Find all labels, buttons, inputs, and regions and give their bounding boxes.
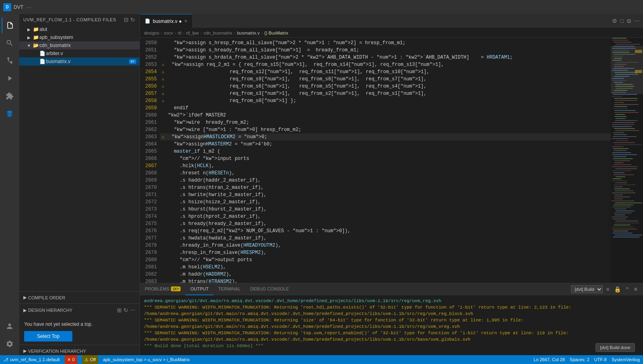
activity-run-icon[interactable] <box>2 70 18 86</box>
code-text: "kw">assign <box>166 133 204 141</box>
minimap <box>611 38 643 283</box>
line-number: 2663 <box>143 133 157 141</box>
line-number: 2668 <box>143 170 157 177</box>
select-top-button[interactable]: Select Top <box>24 331 72 342</box>
tree-item-busmatrix-label: busmatrix.v <box>46 59 129 64</box>
tree-item-alut[interactable]: ▶ 📁 alut <box>19 25 140 33</box>
activity-settings-icon[interactable] <box>2 336 18 352</box>
no-top-message: You have not yet selected a top. <box>24 321 135 327</box>
code-text: .hresp_in_from_slave(HRESPM2), <box>168 249 267 256</box>
code-text: endif <box>168 104 188 112</box>
build-done-label: [dvt] Build done <box>600 345 631 350</box>
tab-busmatrix[interactable]: 📄 busmatrix.v ● ✕ <box>140 14 193 28</box>
code-body[interactable]: "kw">assign s_hresp_from_all_slave["num"… <box>160 38 611 283</box>
problems-tab-label: PROBLEMS <box>145 286 169 291</box>
breadcrumb-file[interactable]: busmatrix.v <box>237 31 259 35</box>
activity-source-control-icon[interactable] <box>2 53 18 69</box>
collapse-all-icon[interactable]: ⊟ <box>124 16 129 23</box>
code-text: master_if i_m2 ( <box>168 148 220 155</box>
activity-extensions-icon[interactable] <box>2 88 18 104</box>
git-branch-item[interactable]: ⎇ uvm_ref_flow_1.1-default <box>3 357 60 362</box>
title-bar-menu-dots[interactable]: ··· <box>27 4 31 10</box>
breadcrumb-bar: designs › socv › rtl › rtl_lpw › cdn_bus… <box>140 28 643 38</box>
code-line: "cm">// "kw">input ports <box>160 155 611 162</box>
breadcrumb-socv[interactable]: socv <box>164 31 173 35</box>
tab-debug-console[interactable]: DEBUG CONSOLE <box>245 283 294 295</box>
breadcrumb-symbol[interactable]: {} BusMatrix <box>264 31 288 35</box>
terminal-controls: [dvt] Build ≡ 🔒 ^ ✕ <box>571 285 643 293</box>
more-actions-icon[interactable]: ⋯ <box>634 18 640 24</box>
code-text: .hreset n(HRESETn), <box>168 170 235 177</box>
terminal-expand-icon[interactable]: ^ <box>624 285 630 293</box>
tab-terminal[interactable]: TERMINAL <box>214 283 246 295</box>
design-hierarchy-header[interactable]: ▶ DESIGN HIERARCHY ⊞ ↻ ⋯ <box>19 305 140 315</box>
code-line: .m hsel(HSELM2), <box>160 264 611 271</box>
activity-account-icon[interactable] <box>2 318 18 334</box>
activity-files-icon[interactable] <box>2 17 18 33</box>
compile-order-header[interactable]: ▶ COMPILE ORDER <box>19 293 140 302</box>
terminal-line: *** SEMANTIC WARNING: WIDTH_MISMATCH_TRU… <box>144 304 639 317</box>
maximize-icon[interactable]: □ <box>620 18 624 24</box>
tree-item-alut-label: alut <box>39 27 140 32</box>
compiled-files-header[interactable]: UVM_REF_FLOW_1.1 - COMPILED FILES ⊟ ↻ <box>19 14 140 25</box>
hierarchy-expand-icon[interactable]: ⊞ <box>117 307 122 313</box>
warning-icon: ⚠ <box>84 357 88 362</box>
hierarchy-more-icon[interactable]: ⋯ <box>130 307 136 313</box>
errors-item[interactable]: ✕ 0 <box>65 355 77 364</box>
split-editor-icon[interactable]: ⧉ <box>627 18 631 25</box>
language-item[interactable]: SystemVerilog <box>612 357 640 362</box>
tree-item-arbiter[interactable]: 📄 arbiter.v <box>19 49 140 57</box>
line-number: 2675 <box>143 220 157 227</box>
code-line: .m htrans(HTRANSM2), <box>160 278 611 283</box>
line-numbers: 2650265126522653265426552656265726582659… <box>140 38 160 283</box>
code-line: ⚠ "kw">assign req_2_m1 = { req_from_s15[… <box>160 61 611 68</box>
breadcrumb-rtl-lpw[interactable]: rtl_lpw <box>186 31 199 35</box>
breadcrumb-cdn[interactable]: cdn_busmatrix <box>203 31 232 35</box>
code-line: endif <box>160 104 611 112</box>
line-number: 2664 <box>143 141 157 148</box>
tree-item-busmatrix[interactable]: 📄 busmatrix.v 9+ <box>19 57 140 65</box>
code-text: req_from_s12["num">1 <box>166 68 288 76</box>
code-line: "kw">assign HMASTERM2 = "num">4'b0; <box>160 141 611 148</box>
tab-problems[interactable]: PROBLEMS 1K+ <box>140 283 185 295</box>
line-col-item[interactable]: Ln 2667, Col 28 <box>534 357 565 362</box>
terminal-clear-icon[interactable]: ≡ <box>604 285 611 293</box>
warning-glyph: ⚠ <box>162 61 164 68</box>
refresh-icon[interactable]: ↻ <box>130 16 136 23</box>
tab-output[interactable]: OUTPUT <box>185 283 213 295</box>
settings-gear-icon[interactable]: ⚙ <box>612 18 617 24</box>
code-line: "kw">wire hready_from_m2; <box>160 119 611 126</box>
code-line: "kw">assign s_hready_from_all_slave["num… <box>160 47 611 54</box>
spaces-item[interactable]: Spaces: 2 <box>570 357 590 362</box>
build-select[interactable]: [dvt] Build <box>571 285 603 293</box>
location-item[interactable]: apb_subsystem_top > u_socv > i_BusMatrix <box>103 357 190 362</box>
app-title: DVT <box>14 4 23 10</box>
tree-item-apb[interactable]: ▶ 📁 apb_subsystem <box>19 33 140 41</box>
activity-bar <box>0 14 19 355</box>
code-line: "cm">// "kw">output ports <box>160 256 611 264</box>
activity-dvt-icon[interactable] <box>2 106 18 122</box>
terminal-lock-icon[interactable]: 🔒 <box>612 285 622 293</box>
tab-close-icon[interactable]: ✕ <box>184 19 187 23</box>
tree-item-cdn[interactable]: ▼ 📂 cdn_busmatrix <box>19 41 140 49</box>
terminal-close-icon[interactable]: ✕ <box>632 285 640 293</box>
code-line: .hreset n(HRESETn), <box>160 170 611 177</box>
output-tab-label: OUTPUT <box>190 286 208 291</box>
line-number: 2655 <box>143 76 157 83</box>
warning-glyph: ⚠ <box>162 97 164 104</box>
warning-glyph: ⚠ <box>162 76 164 83</box>
status-bar: ⎇ uvm_ref_flow_1.1-default ✕ 0 ⚠ Off apb… <box>0 355 643 364</box>
breadcrumb-sep: › <box>175 31 176 35</box>
no-chevron <box>32 58 39 65</box>
activity-search-icon[interactable] <box>2 35 18 51</box>
code-line: ⚠ req_from_s9["num">1], req_from_s8["num… <box>160 76 611 83</box>
file-icon: 📄 <box>39 58 46 65</box>
code-line: .hresp_in_from_slave(HRESPM2), <box>160 249 611 256</box>
select-top-area: You have not yet selected a top. Select … <box>19 315 140 345</box>
breadcrumb-designs[interactable]: designs <box>144 31 159 35</box>
hierarchy-refresh-icon[interactable]: ↻ <box>123 307 128 313</box>
breadcrumb-rtl[interactable]: rtl <box>178 31 181 35</box>
encoding-item[interactable]: UTF-8 <box>594 357 607 362</box>
warnings-item[interactable]: ⚠ Off <box>82 355 98 364</box>
verification-hierarchy-header[interactable]: ▶ VERIFICATION HIERARCHY <box>19 347 140 355</box>
